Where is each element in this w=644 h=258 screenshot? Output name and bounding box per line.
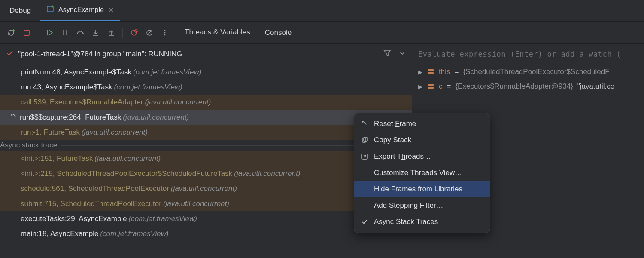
frame-package: (java.util.concurrent) (171, 184, 237, 193)
field-icon (427, 68, 434, 76)
frame-method: run:-1, FutureTask (21, 128, 80, 137)
menu-copy-stack[interactable]: Copy Stack (354, 132, 490, 148)
variable-row[interactable]: ▶ c = {Executors$RunnableAdapter@934} "j… (412, 79, 644, 94)
top-tab-bar: Debug AsyncExample ✕ (0, 0, 644, 22)
frames-panel: "pool-1-thread-1"@784 in group "main": R… (0, 44, 412, 258)
chevron-down-icon[interactable] (399, 49, 406, 59)
close-icon[interactable]: ✕ (108, 6, 114, 14)
thread-title: "pool-1-thread-1"@784 in group "main": R… (18, 50, 379, 58)
run-config-tab[interactable]: AsyncExample ✕ (40, 0, 120, 21)
stack-frame[interactable]: <init>:215, ScheduledThreadPoolExecutor$… (0, 166, 412, 181)
pause-icon[interactable] (58, 26, 72, 40)
stack-frame[interactable]: main:18, AsyncExample (com.jet.framesVie… (0, 226, 412, 241)
resume-icon[interactable] (43, 26, 56, 40)
menu-label: Async Stack Traces (374, 218, 438, 226)
frame-package: (java.util.concurrent) (163, 200, 229, 208)
stack-frame[interactable]: <init>:151, FutureTask (java.util.concur… (0, 151, 412, 166)
menu-async-stack-traces[interactable]: Async Stack Traces (354, 214, 490, 230)
content-area: "pool-1-thread-1"@784 in group "main": R… (0, 44, 644, 258)
reset-frame-icon (9, 112, 17, 122)
frame-package: (java.util.concurrent) (234, 169, 300, 178)
async-group-label: Async stack trace (0, 140, 412, 151)
frame-package: (java.util.concurrent) (123, 113, 189, 122)
equals: = (447, 82, 451, 91)
svg-rect-6 (66, 30, 67, 35)
reset-frame-icon (361, 120, 369, 127)
menu-label: Add Stepping Filter… (374, 201, 444, 210)
svg-point-2 (12, 29, 14, 31)
frame-method: main:18, AsyncExample (21, 230, 98, 238)
stack-frame-selected[interactable]: run$$$capture:264, FutureTask (java.util… (0, 110, 412, 125)
frames-list: printNum:48, AsyncExample$Task (com.jet.… (0, 64, 412, 258)
svg-point-14 (164, 32, 166, 33)
filter-icon[interactable] (383, 49, 391, 59)
menu-label: Export Threads… (374, 152, 431, 161)
variable-row[interactable]: ▶ this = {ScheduledThreadPoolExecutor$Sc… (412, 64, 644, 79)
frame-package: (java.util.concurrent) (82, 128, 148, 137)
debug-tool-label: Debug (0, 0, 40, 21)
tab-threads-variables[interactable]: Threads & Variables (185, 22, 250, 43)
stack-frame[interactable]: call:539, Executors$RunnableAdapter (jav… (0, 95, 412, 110)
thread-selector[interactable]: "pool-1-thread-1"@784 in group "main": R… (0, 44, 412, 64)
copy-icon (361, 137, 369, 144)
frame-method: run:43, AsyncExample$Task (21, 83, 112, 92)
check-icon (6, 49, 14, 59)
svg-rect-16 (428, 69, 434, 71)
chevron-right-icon[interactable]: ▶ (418, 69, 422, 75)
step-into-icon[interactable] (89, 26, 103, 40)
menu-add-stepping-filter[interactable]: Add Stepping Filter… (354, 197, 490, 214)
separator (122, 28, 123, 38)
stop-icon[interactable] (20, 26, 33, 40)
stack-frame[interactable]: executeTasks:29, AsyncExample (com.jet.f… (0, 211, 412, 226)
debug-toolbar: Threads & Variables Console (0, 22, 644, 44)
tab-console[interactable]: Console (265, 22, 292, 43)
var-value: {Executors$RunnableAdapter@934} (455, 82, 573, 91)
svg-point-15 (164, 34, 166, 35)
frame-package: (java.util.concurrent) (94, 154, 161, 163)
export-icon (361, 153, 369, 160)
stack-frame[interactable]: run:43, AsyncExample$Task (com.jet.frame… (0, 80, 412, 95)
frame-method: submit:715, ScheduledThreadPoolExecutor (21, 200, 161, 208)
svg-rect-17 (428, 72, 434, 74)
menu-label: Copy Stack (374, 136, 411, 144)
menu-label: Customize Threads View… (374, 169, 462, 177)
tab-title: AsyncExample (58, 6, 104, 14)
stack-frame[interactable]: schedule:561, ScheduledThreadPoolExecuto… (0, 181, 412, 196)
debug-view-tabs: Threads & Variables Console (185, 22, 292, 43)
mute-breakpoints-icon[interactable] (143, 26, 156, 40)
frame-method: printNum:48, AsyncExample$Task (21, 68, 131, 77)
frame-package: (com.jet.framesView) (129, 215, 197, 223)
rerun-icon[interactable] (4, 26, 18, 40)
frame-method: <init>:151, FutureTask (21, 154, 93, 163)
separator (38, 28, 38, 38)
evaluate-expression-input[interactable]: Evaluate expression (Enter) or add a wat… (412, 44, 644, 64)
menu-customize-threads-view[interactable]: Customize Threads View… (354, 165, 490, 181)
step-over-icon[interactable] (73, 26, 87, 40)
stack-frame[interactable]: printNum:48, AsyncExample$Task (com.jet.… (0, 64, 412, 80)
menu-label: Reset Frame (374, 120, 416, 128)
chevron-right-icon[interactable]: ▶ (418, 83, 422, 90)
svg-rect-4 (47, 30, 48, 35)
field-icon (427, 83, 434, 90)
frame-package: (com.jet.framesView) (114, 83, 182, 92)
equals: = (454, 68, 459, 76)
frame-method: run$$$capture:264, FutureTask (20, 113, 121, 122)
frame-method: call:539, Executors$RunnableAdapter (21, 98, 143, 107)
stack-frame[interactable]: submit:715, ScheduledThreadPoolExecutor … (0, 196, 412, 211)
svg-rect-3 (24, 30, 29, 35)
frame-method: schedule:561, ScheduledThreadPoolExecuto… (21, 184, 169, 193)
svg-point-13 (164, 30, 166, 31)
frames-context-menu: Reset Frame Copy Stack Export Threads… C… (354, 113, 490, 233)
frame-package: (java.util.concurrent) (145, 98, 211, 107)
menu-hide-frames-from-libraries[interactable]: Hide Frames from Libraries (354, 181, 490, 197)
view-breakpoints-icon[interactable] (127, 26, 141, 40)
app-icon (46, 5, 54, 15)
menu-reset-frame[interactable]: Reset Frame (354, 116, 490, 132)
menu-export-threads[interactable]: Export Threads… (354, 148, 490, 165)
stack-frame[interactable]: run:-1, FutureTask (java.util.concurrent… (0, 125, 412, 140)
step-out-icon[interactable] (104, 26, 118, 40)
var-value: {ScheduledThreadPoolExecutor$ScheduledF (463, 68, 609, 76)
more-icon[interactable] (158, 26, 172, 40)
frame-package: (com.jet.framesView) (133, 68, 201, 77)
var-name: c (439, 82, 443, 91)
